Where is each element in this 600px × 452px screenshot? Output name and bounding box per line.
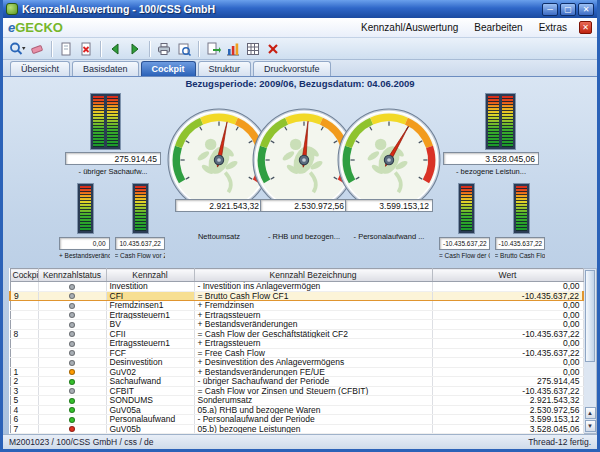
menu-kennzahl-auswertung[interactable]: Kennzahl/Auswertung	[361, 22, 458, 33]
search-button[interactable]	[7, 39, 27, 58]
cell-status[interactable]	[38, 348, 106, 358]
cell-kz[interactable]: CFI	[106, 291, 194, 301]
cell-bez[interactable]: + Bestandsveränderungen	[194, 320, 432, 330]
cell-kz[interactable]: GuV05a	[106, 405, 194, 415]
cell-bez[interactable]: + Ertragssteuern	[194, 339, 432, 349]
cell-cockpit[interactable]	[10, 282, 38, 292]
table-row[interactable]: 4GuV05a05.a) RHB und bezogene Waren2.530…	[10, 405, 583, 415]
cell-bez[interactable]: = Cash Flow der Geschäftstätigkeit CF2	[194, 329, 432, 339]
cell-bez[interactable]: - übriger Sachaufwand der Periode	[194, 377, 432, 387]
cell-cockpit[interactable]: 3	[10, 386, 38, 396]
cell-cockpit[interactable]: 2	[10, 377, 38, 387]
table-row[interactable]: 6Personalaufwand- Personalaufwand der Pe…	[10, 415, 583, 425]
close-view-icon[interactable]: ✕	[579, 21, 592, 34]
table-row[interactable]: Ertragssteuern1+ Ertragssteuern0,00	[10, 310, 583, 320]
cell-cockpit[interactable]: 9	[10, 291, 38, 301]
cell-wert[interactable]: 275.914,45	[432, 377, 583, 387]
column-header-bezeichnung[interactable]: Kennzahl Bezeichnung	[194, 269, 432, 282]
close-view-button[interactable]	[263, 39, 283, 58]
cell-cockpit[interactable]	[10, 310, 38, 320]
cell-wert[interactable]: 0,00	[432, 339, 583, 349]
cell-wert[interactable]: 0,00	[432, 301, 583, 311]
cell-wert[interactable]: 0,00	[432, 358, 583, 368]
table-row[interactable]: Desinvestition+ Desinvestition des Anlag…	[10, 358, 583, 368]
table-row[interactable]: FCF= Free Cash Flow-10.435.637,22	[10, 348, 583, 358]
cell-status[interactable]	[38, 377, 106, 387]
cell-bez[interactable]: = Free Cash Flow	[194, 348, 432, 358]
cell-status[interactable]	[38, 396, 106, 406]
cell-cockpit[interactable]: 1	[10, 367, 38, 377]
cell-status[interactable]	[38, 339, 106, 349]
cell-status[interactable]	[38, 405, 106, 415]
cell-kz[interactable]: Ertragssteuern1	[106, 339, 194, 349]
cell-bez[interactable]: = Brutto Cash Flow CF1	[194, 291, 432, 301]
cell-cockpit[interactable]	[10, 339, 38, 349]
table-row[interactable]: 2Sachaufwand- übriger Sachaufwand der Pe…	[10, 377, 583, 387]
cell-kz[interactable]: Ertragssteuern1	[106, 310, 194, 320]
cell-bez[interactable]: + Desinvestition des Anlagevermögens	[194, 358, 432, 368]
cell-wert[interactable]: -10.435.637,22	[432, 291, 583, 301]
tab-cockpit[interactable]: Cockpit	[141, 61, 196, 76]
cell-status[interactable]	[38, 424, 106, 434]
close-button[interactable]: ✕	[578, 3, 594, 16]
table-row[interactable]: 3CFBIT= Cash Flow vor Zinsen und Steuern…	[10, 386, 583, 396]
cell-kz[interactable]: GuV05b	[106, 424, 194, 434]
cell-status[interactable]	[38, 358, 106, 368]
column-header-kennzahlstatus[interactable]: Kennzahlstatus	[38, 269, 106, 282]
cell-cockpit[interactable]: 8	[10, 329, 38, 339]
cell-wert[interactable]: 0,00	[432, 320, 583, 330]
cell-kz[interactable]: SONDUMS	[106, 396, 194, 406]
cell-kz[interactable]: Fremdzinsen1	[106, 301, 194, 311]
table-row[interactable]: Fremdzinsen1+ Fremdzinsen0,00	[10, 301, 583, 311]
cell-status[interactable]	[38, 386, 106, 396]
cell-status[interactable]	[38, 282, 106, 292]
tab-struktur[interactable]: Struktur	[198, 61, 252, 76]
cell-bez[interactable]: = Cash Flow vor Zinsen und Steuern (CFBI…	[194, 386, 432, 396]
table-row[interactable]: 7GuV05b05.b) bezogene Leistungen3.528.04…	[10, 424, 583, 434]
grid-button[interactable]	[243, 39, 263, 58]
cell-kz[interactable]: Personalaufwand	[106, 415, 194, 425]
new-record-button[interactable]	[56, 39, 76, 58]
column-header-kennzahl[interactable]: Kennzahl	[106, 269, 194, 282]
table-row[interactable]: Investition- Investition ins Anlagevermö…	[10, 282, 583, 292]
cell-wert[interactable]: 0,00	[432, 282, 583, 292]
table-row[interactable]: 9CFI= Brutto Cash Flow CF1-10.435.637,22	[10, 291, 583, 301]
cell-wert[interactable]: 3.528.045,06	[432, 424, 583, 434]
cell-kz[interactable]: Investition	[106, 282, 194, 292]
cell-status[interactable]	[38, 329, 106, 339]
cell-wert[interactable]: 0,00	[432, 310, 583, 320]
title-bar[interactable]: KennzahlAuswertung - 100/CSS GmbH ─ ▢ ✕	[3, 0, 597, 18]
cell-kz[interactable]: Sachaufwand	[106, 377, 194, 387]
table-row[interactable]: BV+ Bestandsveränderungen0,00	[10, 320, 583, 330]
cell-wert[interactable]: 3.599.153,12	[432, 415, 583, 425]
cell-wert[interactable]: -10.435.637,22	[432, 329, 583, 339]
tab-basisdaten[interactable]: Basisdaten	[72, 61, 139, 76]
cell-kz[interactable]: GuV02	[106, 367, 194, 377]
print-button[interactable]	[154, 39, 174, 58]
tab-uebersicht[interactable]: Übersicht	[10, 61, 70, 76]
table-row[interactable]: 8CFII= Cash Flow der Geschäftstätigkeit …	[10, 329, 583, 339]
table-row[interactable]: 5SONDUMSSonderumsatz2.921.543,32	[10, 396, 583, 406]
cell-status[interactable]	[38, 367, 106, 377]
navigate-previous-button[interactable]	[105, 39, 125, 58]
cell-cockpit[interactable]	[10, 358, 38, 368]
cell-cockpit[interactable]	[10, 301, 38, 311]
cell-status[interactable]	[38, 320, 106, 330]
cell-kz[interactable]: CFII	[106, 329, 194, 339]
cell-status[interactable]	[38, 310, 106, 320]
table-row[interactable]: Ertragssteuern1+ Ertragssteuern0,00	[10, 339, 583, 349]
column-header-cockpit[interactable]: Cockpit..▼	[10, 269, 38, 282]
minimize-button[interactable]: ─	[542, 3, 558, 16]
cell-cockpit[interactable]	[10, 320, 38, 330]
cell-wert[interactable]: 2.530.972,56	[432, 405, 583, 415]
cell-bez[interactable]: 05.b) bezogene Leistungen	[194, 424, 432, 434]
cell-cockpit[interactable]	[10, 348, 38, 358]
cell-status[interactable]	[38, 291, 106, 301]
cell-kz[interactable]: CFBIT	[106, 386, 194, 396]
navigate-next-button[interactable]	[125, 39, 145, 58]
cell-bez[interactable]: + Ertragssteuern	[194, 310, 432, 320]
column-header-wert[interactable]: Wert	[432, 269, 583, 282]
print-preview-button[interactable]	[174, 39, 194, 58]
tab-druckvorstufe[interactable]: Druckvorstufe	[253, 61, 331, 76]
cell-wert[interactable]: -10.435.637,22	[432, 386, 583, 396]
